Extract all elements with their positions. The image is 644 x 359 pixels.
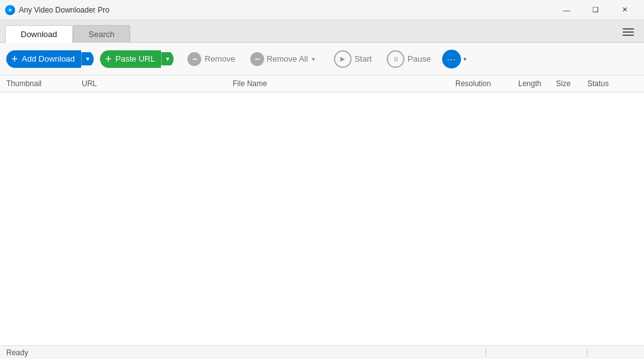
- remove-button[interactable]: − Remove: [181, 48, 241, 70]
- app-icon: [5, 5, 15, 15]
- tab-bar: Download Search: [0, 20, 644, 43]
- add-download-button[interactable]: + Add Download: [6, 50, 81, 68]
- status-dividers: [28, 348, 638, 357]
- title-bar-controls: — ❑ ✕: [552, 0, 639, 20]
- table-body: [0, 92, 644, 345]
- pause-label: Pause: [408, 54, 431, 64]
- menu-line-2: [623, 31, 634, 33]
- menu-line-1: [623, 28, 634, 30]
- status-text: Ready: [6, 348, 28, 357]
- app-title: Any Video Downloader Pro: [19, 6, 109, 14]
- paste-url-button[interactable]: + Paste URL: [100, 50, 161, 68]
- col-header-status: Status: [587, 79, 638, 88]
- col-header-length: Length: [518, 79, 556, 88]
- status-divider-1: [486, 348, 486, 357]
- table-header: Thumbnail URL File Name Resolution Lengt…: [0, 75, 644, 92]
- col-header-url: URL: [82, 79, 233, 88]
- add-download-dropdown[interactable]: ▾: [81, 52, 94, 65]
- status-bar: Ready: [0, 345, 644, 359]
- paste-url-dropdown[interactable]: ▾: [161, 52, 174, 65]
- add-download-group: + Add Download ▾: [6, 50, 94, 68]
- col-header-resolution: Resolution: [455, 79, 518, 88]
- more-group: ··· ▾: [442, 50, 467, 69]
- close-button[interactable]: ✕: [610, 0, 639, 20]
- plus-icon: +: [11, 53, 18, 65]
- tabs-container: Download Search: [5, 25, 130, 42]
- pause-group: ⏸ Pause: [380, 47, 437, 72]
- toolbar: + Add Download ▾ + Paste URL ▾ − Remove …: [0, 43, 644, 75]
- start-label: Start: [355, 54, 372, 64]
- pause-button[interactable]: ⏸ Pause: [380, 47, 437, 72]
- paste-plus-icon: +: [105, 53, 112, 65]
- remove-label: Remove: [204, 54, 235, 64]
- col-header-thumbnail: Thumbnail: [6, 79, 82, 88]
- more-button[interactable]: ···: [442, 50, 461, 69]
- minimize-button[interactable]: —: [552, 0, 581, 20]
- remove-all-group: − Remove All ▾: [244, 48, 321, 70]
- title-bar-left: Any Video Downloader Pro: [5, 5, 109, 15]
- menu-button[interactable]: [618, 25, 639, 40]
- status-divider-2: [587, 348, 587, 357]
- title-bar: Any Video Downloader Pro — ❑ ✕: [0, 0, 644, 20]
- more-arrow: ▾: [464, 56, 467, 62]
- start-button[interactable]: ▶ Start: [328, 47, 378, 72]
- remove-all-icon: −: [250, 52, 264, 66]
- menu-line-3: [623, 35, 634, 36]
- remove-group: − Remove: [181, 48, 241, 70]
- main-content: Thumbnail URL File Name Resolution Lengt…: [0, 75, 644, 345]
- play-icon: ▶: [334, 50, 352, 68]
- remove-all-label: Remove All: [267, 54, 308, 64]
- remove-all-arrow: ▾: [312, 56, 315, 62]
- paste-url-group: + Paste URL ▾: [100, 50, 174, 68]
- maximize-button[interactable]: ❑: [581, 0, 610, 20]
- paste-url-label: Paste URL: [116, 54, 155, 64]
- remove-all-button[interactable]: − Remove All ▾: [244, 48, 321, 70]
- remove-icon: −: [187, 52, 201, 66]
- start-group: ▶ Start: [328, 47, 378, 72]
- tab-download[interactable]: Download: [5, 25, 73, 43]
- pause-icon: ⏸: [387, 50, 404, 68]
- col-header-size: Size: [556, 79, 587, 88]
- add-download-label: Add Download: [22, 54, 75, 64]
- tab-search[interactable]: Search: [73, 25, 130, 43]
- col-header-filename: File Name: [233, 79, 455, 88]
